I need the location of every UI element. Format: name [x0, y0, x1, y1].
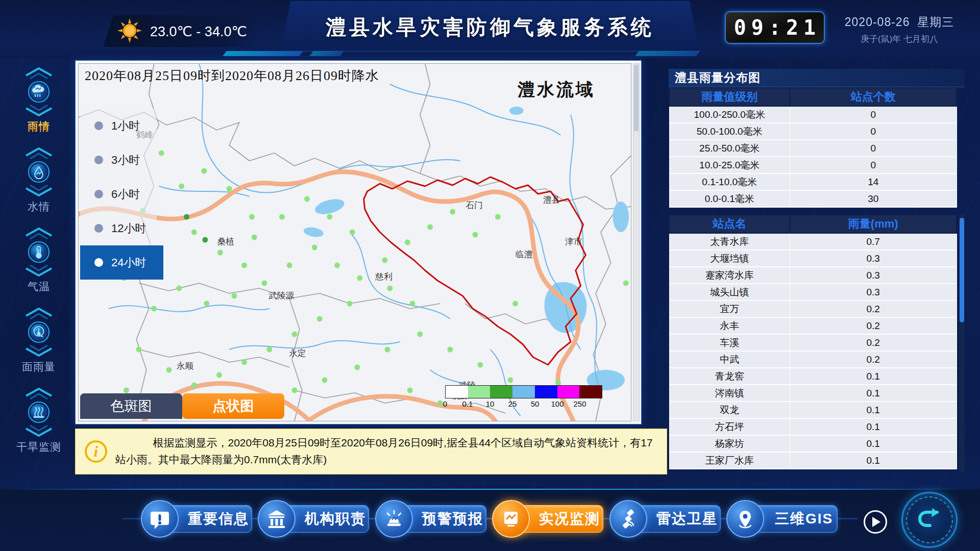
station-dot[interactable]: [136, 347, 142, 353]
station-dot[interactable]: [623, 281, 629, 286]
sidebar-item-water[interactable]: 水情: [8, 145, 69, 214]
station-dot[interactable]: [191, 230, 197, 235]
station-dot[interactable]: [216, 372, 222, 378]
station-dot[interactable]: [427, 224, 433, 230]
station-table-scrollbar[interactable]: [959, 214, 965, 472]
station-dot[interactable]: [508, 378, 513, 383]
station-dot[interactable]: [124, 388, 129, 393]
station-dot[interactable]: [327, 214, 332, 220]
station-dot[interactable]: [262, 281, 267, 286]
station-dot[interactable]: [477, 362, 483, 368]
station-dot[interactable]: [447, 347, 453, 353]
station-dot[interactable]: [304, 196, 310, 202]
time-filter-1h[interactable]: 1小时: [80, 109, 157, 143]
view-button-dot-map[interactable]: 点状图: [182, 393, 284, 419]
station-row: 涔南镇0.1: [669, 385, 957, 402]
station-dot[interactable]: [201, 168, 207, 174]
station-dot[interactable]: [292, 388, 298, 393]
nav-button-agency-duties[interactable]: 机构职责: [261, 504, 369, 534]
map-canvas: 鹤峰桑植石门澧县津市临澧慈利武陵源永定永顺武陵桃源: [79, 64, 631, 421]
station-dot[interactable]: [227, 186, 232, 192]
station-dot[interactable]: [357, 276, 362, 281]
table-cell: 杨家坊: [669, 435, 790, 452]
nav-button-radar-satellite[interactable]: 雷达卫星: [612, 504, 721, 534]
decor-slash: [635, 51, 700, 56]
rain-cloud-icon: [17, 65, 61, 118]
rain-level-col-header: 雨量值级别: [669, 88, 790, 106]
precipitation-map[interactable]: 鹤峰桑植石门澧县津市临澧慈利武陵源永定永顺武陵桃源 2020年08月25日09时…: [78, 63, 631, 421]
nav-button-live-monitoring[interactable]: 实况监测: [495, 504, 603, 534]
station-dot[interactable]: [473, 232, 478, 238]
nav-button-important-info[interactable]: 重要信息: [144, 504, 252, 534]
sidebar-item-area-rainfall[interactable]: 面雨量: [8, 306, 69, 374]
time-filter-12h[interactable]: 12小时: [80, 211, 157, 245]
station-dot[interactable]: [407, 388, 413, 393]
return-button[interactable]: [901, 492, 958, 548]
station-dot[interactable]: [217, 250, 223, 256]
sidebar-item-drought[interactable]: 干旱监测: [8, 386, 69, 454]
time-filter-3h[interactable]: 3小时: [80, 143, 157, 177]
station-dot-dark[interactable]: [184, 214, 189, 220]
table-cell: 0: [790, 106, 957, 123]
time-filter-label: 24小时: [111, 255, 146, 270]
station-dot[interactable]: [176, 286, 182, 291]
station-dot[interactable]: [241, 360, 247, 365]
station-dot[interactable]: [347, 301, 353, 307]
view-button-color-patch-map[interactable]: 色斑图: [80, 393, 182, 419]
station-dot[interactable]: [249, 214, 255, 220]
nav-button-warning-forecast[interactable]: 预警预报: [378, 504, 486, 534]
table-cell: 蹇家湾水库: [669, 267, 790, 284]
station-dot[interactable]: [232, 293, 237, 299]
station-dot[interactable]: [334, 263, 340, 268]
monitor-chart-icon: [492, 500, 530, 538]
station-dot[interactable]: [382, 258, 388, 263]
station-dot[interactable]: [287, 263, 292, 268]
station-dot[interactable]: [555, 380, 561, 386]
station-dot[interactable]: [495, 214, 501, 220]
station-dot[interactable]: [252, 235, 257, 240]
map-scrollbar[interactable]: [633, 63, 640, 421]
radio-dot-icon: [94, 224, 103, 233]
station-dot[interactable]: [417, 332, 423, 337]
station-dot-dark[interactable]: [202, 237, 208, 243]
map-pin-icon: [726, 500, 764, 538]
nav-play-button[interactable]: [864, 510, 887, 534]
table-cell: 双龙: [669, 402, 790, 418]
sidebar-item-temperature[interactable]: 气温: [8, 226, 69, 294]
station-dot[interactable]: [322, 378, 328, 383]
rainfall-legend: 00.1102550100250: [434, 385, 612, 410]
station-dot[interactable]: [241, 263, 247, 268]
table-cell: 大堰垱镇: [669, 250, 790, 267]
station-dot[interactable]: [191, 383, 197, 388]
station-dot[interactable]: [410, 301, 415, 307]
station-dot[interactable]: [279, 214, 285, 220]
rainfall-panel: 澧县雨量分布图 雨量值级别 站点个数 100.0-250.0毫米050.0-10…: [669, 69, 965, 472]
station-dot[interactable]: [266, 347, 272, 353]
table-cell: 0.2: [790, 317, 957, 334]
station-dot[interactable]: [387, 286, 393, 291]
place-label: 临澧: [516, 249, 532, 259]
station-dot[interactable]: [512, 301, 518, 307]
station-dot[interactable]: [312, 245, 317, 251]
station-dot[interactable]: [405, 240, 410, 245]
station-dot[interactable]: [166, 367, 172, 373]
nav-button-3d-gis[interactable]: 三维GIS: [729, 504, 838, 534]
station-dot[interactable]: [317, 316, 323, 322]
station-dot[interactable]: [159, 151, 164, 156]
station-dot[interactable]: [151, 306, 157, 312]
table-cell: 城头山镇: [669, 284, 790, 300]
station-row: 双龙0.1: [669, 402, 957, 418]
station-dot[interactable]: [355, 365, 360, 370]
station-dot[interactable]: [450, 209, 455, 215]
place-label: 永顺: [177, 361, 194, 371]
time-filter-24h[interactable]: 24小时: [80, 245, 163, 280]
station-dot[interactable]: [204, 301, 209, 307]
sidebar-item-rain[interactable]: 雨情: [8, 65, 69, 134]
station-dot[interactable]: [292, 332, 298, 337]
station-dot[interactable]: [350, 230, 355, 235]
station-dot[interactable]: [179, 184, 184, 189]
time-filter-6h[interactable]: 6小时: [80, 177, 157, 211]
station-dot[interactable]: [385, 347, 390, 353]
station-rainfall-table: 站点名 雨量(mm) 太青水库0.7大堰垱镇0.3蹇家湾水库0.3城头山镇0.3…: [669, 214, 957, 469]
place-label: 石门: [465, 201, 482, 210]
